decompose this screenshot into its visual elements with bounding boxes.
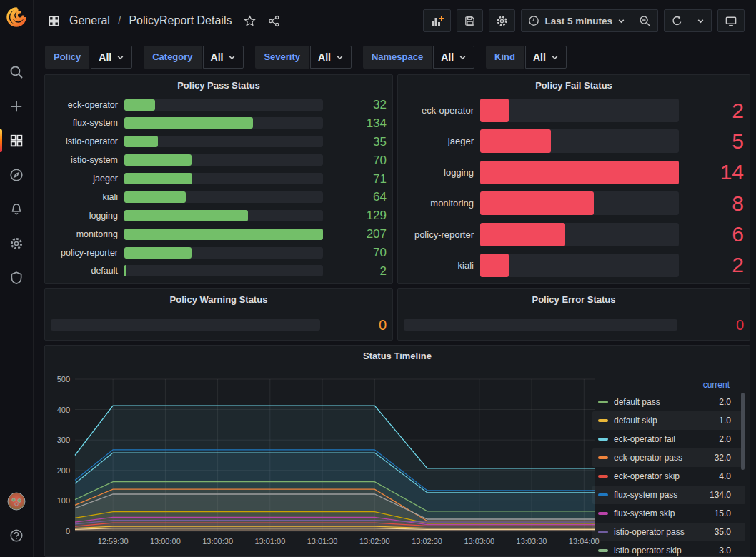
legend-item-default-pass[interactable]: default pass2.0 bbox=[592, 393, 745, 411]
gauge-track bbox=[480, 191, 679, 215]
legend-current-header[interactable]: current bbox=[592, 378, 745, 393]
save-dashboard-button[interactable] bbox=[457, 9, 483, 32]
settings-icon[interactable] bbox=[0, 226, 34, 261]
panel-title[interactable]: Policy Warning Status bbox=[45, 289, 392, 305]
filter-value-dropdown[interactable]: All bbox=[310, 46, 352, 69]
gauge-track bbox=[124, 229, 323, 240]
chevron-down-icon bbox=[697, 17, 705, 25]
filter-category: CategoryAll bbox=[144, 46, 244, 69]
gauge-label: eck-operator bbox=[51, 100, 118, 110]
create-icon[interactable] bbox=[0, 89, 34, 124]
legend-item-default-skip[interactable]: default skip1.0 bbox=[592, 411, 745, 430]
add-panel-button[interactable] bbox=[423, 9, 451, 32]
panel-title[interactable]: Policy Pass Status bbox=[45, 75, 392, 91]
time-range-picker[interactable]: Last 5 minutes bbox=[521, 9, 632, 32]
svg-text:200: 200 bbox=[57, 466, 70, 475]
gauge-label: logging bbox=[404, 167, 474, 178]
gauge-track bbox=[480, 223, 679, 246]
filter-value-dropdown[interactable]: All bbox=[433, 46, 474, 69]
dashboards-icon[interactable] bbox=[0, 124, 34, 158]
panel-title[interactable]: Status Timeline bbox=[45, 346, 750, 361]
legend-scrollbar[interactable] bbox=[741, 393, 745, 470]
svg-text:300: 300 bbox=[57, 436, 70, 444]
svg-text:13:02:30: 13:02:30 bbox=[412, 537, 442, 546]
chevron-down-icon bbox=[617, 17, 625, 25]
gauge-bar bbox=[124, 117, 253, 129]
gauge-value: 70 bbox=[329, 154, 387, 166]
svg-text:500: 500 bbox=[57, 375, 70, 383]
gauge-label: logging bbox=[51, 211, 118, 221]
legend-swatch bbox=[598, 493, 608, 496]
gauge-bar bbox=[124, 99, 155, 111]
bar-gauge-fail: eck-operator2jaeger5logging14monitoring8… bbox=[404, 99, 744, 277]
gauge-value: 2 bbox=[329, 265, 387, 277]
gauge-value: 2 bbox=[685, 100, 744, 121]
alerting-icon[interactable] bbox=[0, 192, 34, 226]
gauge-bar bbox=[124, 247, 192, 259]
chevron-down-icon bbox=[228, 54, 236, 61]
legend-item-eck-operator-pass[interactable]: eck-operator pass32.0 bbox=[592, 448, 745, 467]
gauge-value: 129 bbox=[329, 209, 387, 221]
svg-text:13:01:30: 13:01:30 bbox=[307, 537, 338, 546]
chevron-down-icon bbox=[336, 54, 344, 61]
gauge-value: 134 bbox=[329, 117, 387, 129]
gauge-row-jaeger: jaeger5 bbox=[404, 129, 744, 153]
gauge-value: 0 bbox=[684, 318, 744, 332]
filter-namespace: NamespaceAll bbox=[363, 46, 474, 69]
gauge-value: 71 bbox=[329, 173, 387, 185]
search-icon[interactable] bbox=[0, 55, 34, 89]
zoom-out-button[interactable] bbox=[632, 9, 658, 32]
help-icon[interactable] bbox=[0, 518, 34, 553]
filter-policy: PolicyAll bbox=[45, 46, 132, 69]
legend-item-flux-system-pass[interactable]: flux-system pass134.0 bbox=[592, 486, 745, 504]
panel-title[interactable]: Policy Fail Status bbox=[398, 75, 750, 91]
filter-label[interactable]: Policy bbox=[45, 46, 89, 69]
gauge-bar bbox=[480, 129, 551, 153]
filter-label[interactable]: Severity bbox=[255, 46, 309, 69]
filter-value-dropdown[interactable]: All bbox=[91, 46, 132, 69]
filter-value-dropdown[interactable]: All bbox=[525, 46, 567, 69]
legend-item-eck-operator-fail[interactable]: eck-operator fail2.0 bbox=[592, 430, 745, 448]
svg-text:100: 100 bbox=[57, 496, 70, 505]
gauge-row-policy-reporter: policy-reporter70 bbox=[51, 246, 387, 259]
star-icon[interactable] bbox=[241, 12, 259, 30]
filter-label[interactable]: Kind bbox=[486, 46, 524, 69]
legend-current-value: 2.0 bbox=[719, 434, 731, 444]
sidebar bbox=[0, 0, 34, 557]
shield-icon[interactable] bbox=[0, 261, 34, 295]
breadcrumb-section[interactable]: General bbox=[69, 14, 110, 27]
legend-current-value: 1.0 bbox=[719, 416, 731, 426]
kiosk-mode-button[interactable] bbox=[717, 9, 745, 32]
filter-value-dropdown[interactable]: All bbox=[203, 46, 244, 69]
grafana-logo-icon[interactable] bbox=[6, 6, 27, 28]
panel-status-timeline: Status Timeline 010020030040050012:59:30… bbox=[44, 345, 750, 557]
legend-item-istio-operator-skip[interactable]: istio-operator skip3.0 bbox=[592, 541, 745, 556]
gauge-bar bbox=[124, 136, 158, 147]
refresh-button[interactable] bbox=[664, 9, 690, 32]
gauge-row-kiali: kiali2 bbox=[404, 254, 744, 277]
refresh-interval-dropdown[interactable] bbox=[690, 9, 712, 32]
gauge-label: policy-reporter bbox=[51, 248, 118, 258]
legend-item-istio-operator-pass[interactable]: istio-operator pass35.0 bbox=[592, 523, 745, 541]
gauge-track bbox=[124, 191, 323, 203]
clock-icon bbox=[528, 15, 539, 26]
filter-label[interactable]: Category bbox=[144, 46, 201, 69]
share-icon[interactable] bbox=[265, 12, 283, 30]
panel-policy-pass-status: Policy Pass Status eck-operator32flux-sy… bbox=[44, 74, 393, 284]
gauge-label: policy-reporter bbox=[404, 229, 474, 240]
gauge-value: 8 bbox=[685, 193, 744, 214]
avatar[interactable] bbox=[0, 484, 34, 518]
legend-item-flux-system-skip[interactable]: flux-system skip15.0 bbox=[592, 504, 745, 523]
gauge-label: jaeger bbox=[51, 174, 118, 184]
panel-title[interactable]: Policy Error Status bbox=[398, 289, 750, 305]
toolbar: Last 5 minutes bbox=[423, 9, 745, 32]
explore-icon[interactable] bbox=[0, 158, 34, 192]
legend-label: flux-system pass bbox=[614, 490, 710, 500]
gauge-label: kiali bbox=[404, 260, 474, 271]
dashboard-settings-button[interactable] bbox=[489, 9, 515, 32]
legend-item-eck-operator-skip[interactable]: eck-operator skip4.0 bbox=[592, 467, 745, 486]
gauge-track bbox=[124, 265, 323, 276]
legend-current-value: 134.0 bbox=[710, 490, 731, 500]
filter-label[interactable]: Namespace bbox=[363, 46, 432, 69]
legend-current-value: 2.0 bbox=[719, 397, 731, 407]
